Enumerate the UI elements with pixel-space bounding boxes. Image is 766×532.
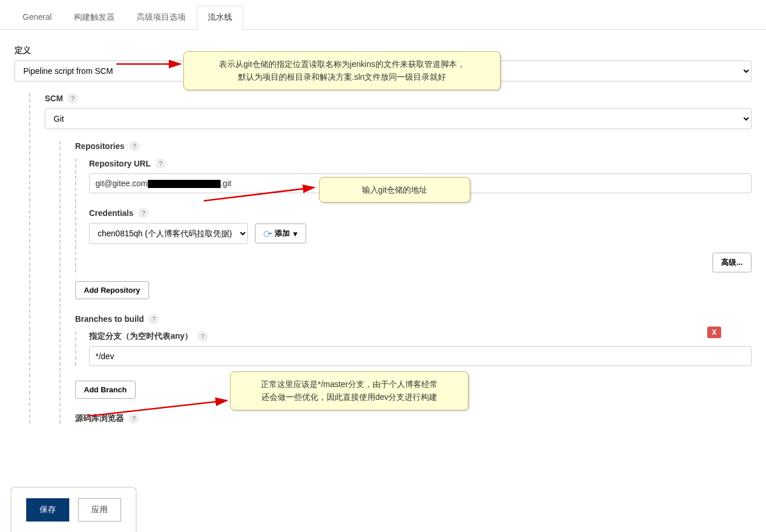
- callout-line: 表示从git仓储的指定位置读取名称为jenkins的文件来获取管道脚本，: [194, 58, 490, 70]
- tab-general[interactable]: General: [12, 6, 63, 29]
- repo-url-label: Repository URL ?: [89, 158, 751, 169]
- help-icon[interactable]: ?: [148, 314, 159, 324]
- scm-label: SCM ?: [45, 93, 751, 104]
- credentials-label: Credentials ?: [89, 208, 751, 218]
- add-cred-label: 添加: [275, 228, 290, 239]
- repositories-label-text: Repositories: [75, 141, 125, 151]
- credentials-select[interactable]: chen0815qh (个人博客代码拉取凭据): [89, 223, 248, 244]
- help-icon[interactable]: ?: [197, 331, 208, 342]
- tab-pipeline[interactable]: 流水线: [197, 6, 243, 30]
- help-icon[interactable]: ?: [138, 208, 148, 218]
- arrow-icon: [87, 396, 233, 419]
- scm-select[interactable]: Git: [45, 108, 751, 129]
- repositories-label: Repositories ?: [75, 141, 751, 151]
- scm-label-text: SCM: [45, 94, 63, 103]
- add-credentials-button[interactable]: 添加 ▾: [255, 224, 306, 243]
- svg-line-1: [204, 187, 314, 201]
- callout-definition: 表示从git仓储的指定位置读取名称为jenkins的文件来获取管道脚本， 默认为…: [183, 51, 501, 90]
- delete-branch-button[interactable]: X: [707, 327, 721, 338]
- tab-trigger[interactable]: 构建触发器: [63, 6, 126, 29]
- config-tabs: General 构建触发器 高级项目选项 流水线: [0, 6, 766, 30]
- dropdown-caret-icon: ▾: [293, 229, 297, 238]
- help-icon[interactable]: ?: [68, 93, 78, 104]
- branches-label-text: Branches to build: [75, 314, 144, 324]
- repo-url-label-text: Repository URL: [89, 159, 151, 168]
- branch-spec-input[interactable]: [89, 346, 751, 366]
- arrow-icon: [116, 57, 186, 71]
- repo-url-prefix: git@gitee.com: [95, 179, 148, 188]
- svg-line-2: [87, 400, 227, 416]
- callout-line: 默认为项目的根目录和解决方案.sln文件放同一级目录就好: [194, 70, 490, 83]
- callout-line: 正常这里应该是*/master分支，由于个人博客经常: [241, 378, 458, 391]
- callout-line: 输入git仓储的地址: [330, 183, 459, 196]
- arrow-icon: [204, 180, 320, 204]
- key-icon: [264, 231, 272, 236]
- branches-label: Branches to build ?: [75, 314, 751, 324]
- definition-label-text: 定义: [15, 45, 31, 56]
- help-icon[interactable]: ?: [155, 158, 166, 169]
- credentials-label-text: Credentials: [89, 208, 133, 218]
- tab-advanced[interactable]: 高级项目选项: [126, 6, 197, 29]
- callout-repo-url: 输入git仓储的地址: [319, 177, 470, 203]
- branch-spec-label: 指定分支（为空时代表any） ?: [89, 331, 751, 342]
- add-repository-button[interactable]: Add Repository: [75, 281, 149, 299]
- callout-line: 还会做一些优化，因此直接使用dev分支进行构建: [241, 391, 458, 403]
- branch-spec-label-text: 指定分支（为空时代表any）: [89, 331, 193, 342]
- callout-branch: 正常这里应该是*/master分支，由于个人博客经常 还会做一些优化，因此直接使…: [230, 371, 469, 410]
- advanced-button[interactable]: 高级...: [712, 253, 751, 272]
- help-icon[interactable]: ?: [129, 141, 140, 151]
